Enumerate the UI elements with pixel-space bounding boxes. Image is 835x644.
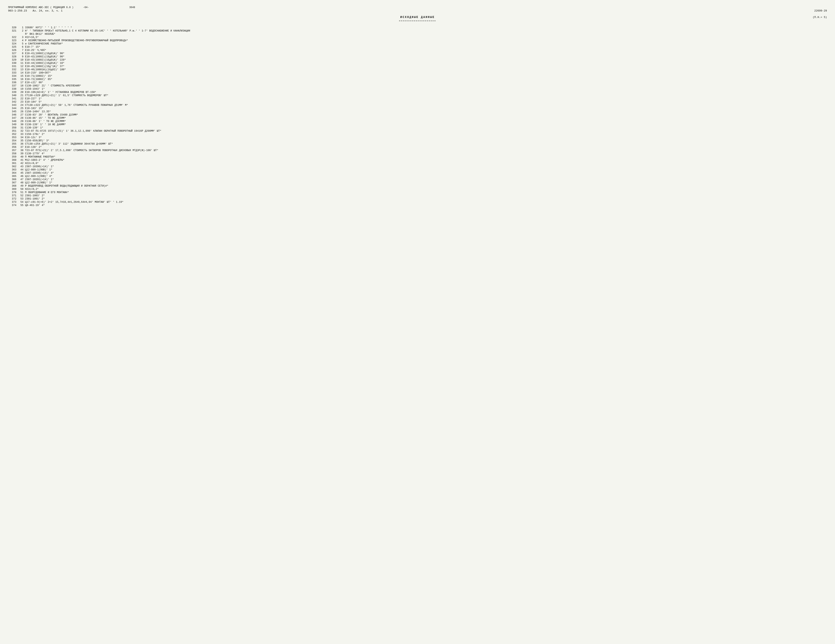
row-num2: 37 bbox=[17, 146, 24, 149]
row-num1: 325 bbox=[8, 46, 17, 49]
table-row: 36142Н22с=9,0* bbox=[8, 162, 827, 165]
table-row: Я' ВК1-ВК12' НОЗЛUБ* bbox=[8, 33, 827, 36]
row-num1: 358 bbox=[8, 152, 17, 155]
table-row: 3267Е10-25' Ч,Ч6б* bbox=[8, 49, 827, 52]
row-num1: 347 bbox=[8, 117, 17, 120]
row-num1: 356 bbox=[8, 146, 17, 149]
row-content: Ц12-809-2(90В)' 1* bbox=[24, 181, 827, 184]
row-num2: 42 bbox=[17, 162, 24, 165]
row-content: Е10-184' 5* bbox=[24, 100, 827, 104]
table-row: 35536СТ130-с254 ДОП1(=21)' 3' 112' ЗАДВИ… bbox=[8, 142, 827, 146]
row-num1: 362 bbox=[8, 165, 17, 168]
row-content: Ц12-809-1(90В)' 1* bbox=[24, 168, 827, 171]
row-num1: 355 bbox=[8, 142, 17, 146]
table-row: 35637Е10-130' 2* bbox=[8, 146, 827, 149]
row-num1: 341 bbox=[8, 97, 17, 100]
row-num2: 8 bbox=[17, 52, 24, 55]
row-num1: 367 bbox=[8, 181, 17, 184]
table-row: 35031С130-139' 1* bbox=[8, 126, 827, 129]
row-num1: 364 bbox=[8, 171, 17, 175]
row-num1: 324 bbox=[8, 42, 17, 46]
row-num2: 31 bbox=[17, 126, 24, 129]
page-container: ПРОГРАММНЫЙ КОМПЛЕКС АВС-3ЕС ( РЕДАКЦИЯ … bbox=[8, 6, 827, 207]
row-num1: 354 bbox=[8, 139, 17, 142]
table-row: 33011Е10-44(10802)(16д01А)' 10* bbox=[8, 62, 827, 65]
row-num2: 24 bbox=[17, 104, 24, 107]
row-content: С150-1943' 1* bbox=[24, 88, 827, 91]
table-row: 33718С130-1062' 21' ' СТОИМОСТЬ КРЕПЛЕНИ… bbox=[8, 84, 827, 88]
row-num2: 35 bbox=[17, 139, 24, 142]
row-num2: 15 bbox=[17, 75, 24, 78]
row-num1: 357 bbox=[8, 149, 17, 152]
title-section: ИСХОДНЫЕ ДАННЫЕ (П.Н.= 5) ==============… bbox=[8, 16, 827, 23]
table-row: 3278Е10-41(10802)(16д01А)' 90* bbox=[8, 52, 827, 55]
row-num1: 329 bbox=[8, 59, 17, 62]
row-num1: 331 bbox=[8, 65, 17, 68]
row-num2: 4 bbox=[17, 39, 24, 42]
row-num1: 328 bbox=[8, 55, 17, 59]
row-content: Е10-41(10802)(16д01А)' 90* bbox=[24, 52, 827, 55]
row-num1: 368 bbox=[8, 184, 17, 188]
row-content: Е10-71(10802)' 15* bbox=[24, 75, 827, 78]
row-num2: 21 bbox=[17, 94, 24, 97]
row-num1: 350 bbox=[8, 126, 17, 129]
row-content: Е10-12с' 3* bbox=[24, 136, 827, 139]
row-content: 2307-10390(=14)' 4* bbox=[24, 171, 827, 175]
table-row: 33516Е10-72(10802)' 65* bbox=[8, 78, 827, 81]
row-content: Е10-183' 15* bbox=[24, 107, 827, 110]
row-num2: 39 bbox=[17, 152, 24, 155]
row-num1: 345 bbox=[8, 110, 17, 113]
row-num2: 48 bbox=[17, 181, 24, 184]
row-num1: 327 bbox=[8, 52, 17, 55]
row-num2: 11 bbox=[17, 62, 24, 65]
row-content: Ц8-461-19' 4* bbox=[24, 204, 827, 207]
row-content: Т23-07 П1-0725 1971Г(=21)' 1' 36.1,12.1,… bbox=[24, 129, 827, 133]
row-num1: 365 bbox=[8, 175, 17, 178]
table-row: 36546Ц12-809-1(90В)' 4* bbox=[8, 175, 827, 178]
row-num1: 366 bbox=[8, 178, 17, 181]
row-num1: 352 bbox=[8, 133, 17, 136]
row-num2: 9 bbox=[17, 55, 24, 59]
table-row: 372532301-1001' 2* bbox=[8, 197, 827, 200]
row-content: П ОБОРУДОВАНИЕ И ЕГО МОНТАЖ#* bbox=[24, 191, 827, 194]
table-row: 34122Е10-227' 1* bbox=[8, 97, 827, 100]
row-content: С130-1062' 21' ' СТОИМОСТЬ КРЕПЛЕНИЯ* bbox=[24, 84, 827, 88]
row-content: С130-83' 20' ' ВЕНТИЛЬ 15480 Д15ММ* bbox=[24, 113, 827, 117]
row-content: Е10-с21' 80* bbox=[24, 81, 827, 84]
table-row: 3245и САНТЕХНИЧЕСКИЕ РАБОТЫ#* bbox=[8, 42, 827, 46]
row-num1: 343 bbox=[8, 104, 17, 107]
row-content: С150-659(ВП)' 3* bbox=[24, 139, 827, 142]
table-row: 34021СТ130-с329 ДОП1(=21)' 1' 61,5' СТОИ… bbox=[8, 94, 827, 97]
row-num1: 323 bbox=[8, 39, 17, 42]
row-content: Е10-7' 15* bbox=[24, 46, 827, 49]
row-num1: 333 bbox=[8, 71, 17, 75]
table-row: 35738Т23-07 П73(=21)' 2' 17,5.1,098' СТО… bbox=[8, 149, 827, 152]
doc-number: 3648 bbox=[129, 6, 135, 9]
row-content: Я' ВК1-ВК12' НОЗЛUБ* bbox=[24, 33, 827, 36]
row-num2: 40 bbox=[17, 155, 24, 159]
row-content: М12-1003-2' 4' ' ДРЕНЧЕРЫ* bbox=[24, 159, 827, 162]
row-content: Ц12-809-1(90В)' 4* bbox=[24, 175, 827, 178]
row-num2: 29 bbox=[17, 120, 24, 123]
row-num2: 52 bbox=[17, 194, 24, 197]
row-content: СТ130-с322 ДОП1(=21)' 50' 1,76' СТОИМОСТ… bbox=[24, 104, 827, 107]
row-num1: 344 bbox=[8, 107, 17, 110]
header-program: ПРОГРАММНЫЙ КОМПЛЕКС АВС-3ЕС ( РЕДАКЦИЯ … bbox=[8, 6, 135, 9]
table-row: 33920Е10-196(А2=0)' 1' ' УСТАНОВКА ВОДОМ… bbox=[8, 91, 827, 94]
row-content: Т23-07 П73(=21)' 2' 17,5.1,098' СТОИМОСТ… bbox=[24, 149, 827, 152]
row-num2: 53 bbox=[17, 197, 24, 200]
row-num1: 349 bbox=[8, 123, 17, 126]
row-content: Е10-130' 2* bbox=[24, 146, 827, 149]
table-row: 34324СТ130-с322 ДОП1(=21)' 50' 1,76' СТО… bbox=[8, 104, 827, 107]
table-row: 34930С130-139' 1' ' 10 ЖЕ Д40ММ* bbox=[8, 123, 827, 126]
row-num1: 330 bbox=[8, 62, 17, 65]
table-row: 371522301-1003' 2* bbox=[8, 194, 827, 197]
row-num2: 34 bbox=[17, 136, 24, 139]
row-num2: 36 bbox=[17, 142, 24, 146]
row-num1: 342 bbox=[8, 100, 17, 104]
row-content: С130-139' 1* bbox=[24, 126, 827, 129]
row-content: Е10-46(10801А)(16д02)' 100* bbox=[24, 68, 827, 71]
row-num1: 361 bbox=[8, 162, 17, 165]
row-num2: 20 bbox=[17, 91, 24, 94]
row-content: Н1У=16,5* bbox=[24, 36, 827, 39]
